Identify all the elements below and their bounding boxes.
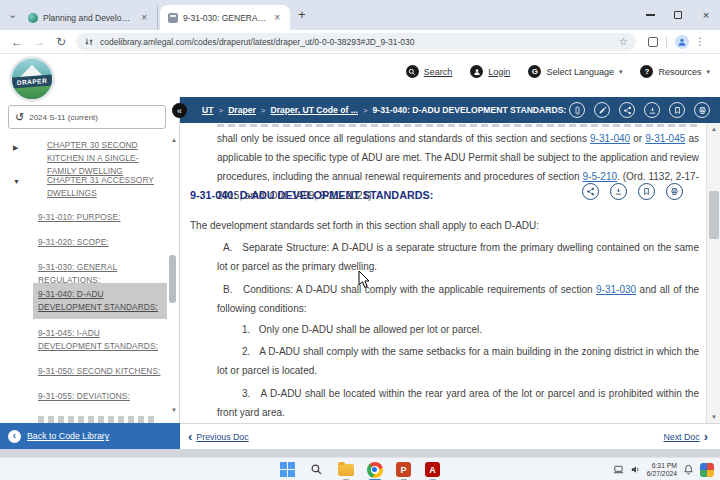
- bookmark-button[interactable]: [669, 102, 685, 118]
- expander-collapsed-icon[interactable]: ▶: [13, 144, 18, 152]
- window-minimize-button[interactable]: [636, 0, 664, 30]
- back-to-code-library-link[interactable]: Back to Code Library: [27, 431, 109, 441]
- language-label: Select Language: [546, 67, 614, 77]
- bookmark-button[interactable]: [638, 183, 655, 200]
- nav-login[interactable]: Login: [470, 65, 510, 78]
- side-panel-icon[interactable]: [648, 37, 658, 47]
- bookmark-star-icon[interactable]: ☆: [619, 36, 628, 47]
- site-info-icon[interactable]: [84, 37, 94, 47]
- breadcrumb-ut[interactable]: UT: [202, 105, 213, 115]
- taskbar-search-button[interactable]: [308, 461, 325, 478]
- taskbar-center: P A: [279, 458, 441, 480]
- desktop-strip: [0, 449, 720, 457]
- previous-doc-link[interactable]: Previous Doc: [196, 432, 248, 442]
- tray-app-icon[interactable]: [700, 463, 714, 477]
- notification-bell-icon[interactable]: [683, 464, 694, 475]
- device-icon[interactable]: [613, 464, 624, 475]
- start-button[interactable]: [279, 461, 296, 478]
- scroll-down-icon[interactable]: ▼: [707, 411, 720, 423]
- sidebar-item-9-31-055[interactable]: 9-31-055: DEVIATIONS:: [38, 390, 166, 403]
- print-button[interactable]: [666, 183, 683, 200]
- next-doc-link[interactable]: Next Doc: [663, 432, 699, 442]
- share-button[interactable]: [619, 102, 635, 118]
- sidebar-item-9-31-010[interactable]: 9-31-010: PURPOSE:: [38, 211, 166, 224]
- site-header: DRAPER Search Login G Select Language ▾: [0, 54, 720, 97]
- tab-close-icon[interactable]: ×: [272, 12, 282, 23]
- expander-expanded-icon[interactable]: ▼: [13, 178, 20, 185]
- share-button[interactable]: [582, 183, 599, 200]
- draper-logo[interactable]: DRAPER: [10, 57, 54, 101]
- speaker-icon[interactable]: [630, 464, 641, 475]
- mobile-view-button[interactable]: [569, 102, 585, 118]
- pencil-icon: [598, 106, 607, 115]
- version-label: 2024 S-11 (current): [29, 113, 98, 122]
- back-button[interactable]: ←: [6, 35, 28, 49]
- address-bar[interactable]: codelibrary.amlegal.com/codes/draperut/l…: [76, 33, 636, 51]
- list-item-1: 1. Only one D-ADU shall be allowed per l…: [217, 320, 699, 339]
- powerpoint-button[interactable]: P: [395, 461, 412, 478]
- tab-search-icon[interactable]: ⌄: [8, 8, 17, 21]
- browser-menu-icon[interactable]: ⋮: [695, 36, 705, 47]
- clipped-sidebar-item[interactable]: [38, 416, 158, 423]
- sidebar-item-chapter-31[interactable]: CHAPTER 31 ACCESSORY DWELLINGS: [47, 174, 167, 200]
- refresh-button[interactable]: ↻: [50, 35, 72, 49]
- download-button[interactable]: [610, 183, 627, 200]
- download-icon: [614, 187, 623, 196]
- chrome-button[interactable]: [366, 461, 383, 478]
- sidebar-item-9-31-045[interactable]: 9-31-045: I-ADU DEVELOPMENT STANDARDS:: [38, 327, 166, 353]
- browser-tab-active[interactable]: 9-31-030: GENERAL REGULATI ×: [160, 5, 290, 30]
- taskbar-clock[interactable]: 6:31 PM 6/27/2024: [647, 462, 677, 478]
- section-link-9-5-210[interactable]: 9-5-210: [583, 171, 617, 182]
- window-close-button[interactable]: ×: [692, 0, 720, 30]
- print-icon: [670, 187, 679, 196]
- sidebar-item-chapter-30[interactable]: CHAPTER 30 SECOND KITCHEN IN A SINGLE-FA…: [47, 139, 167, 178]
- breadcrumb-draper[interactable]: Draper: [228, 105, 256, 115]
- previous-doc-button[interactable]: ‹ Previous Doc: [188, 429, 249, 444]
- section-link-9-31-030[interactable]: 9-31-030: [596, 284, 636, 295]
- file-explorer-button[interactable]: [337, 461, 354, 478]
- next-doc-button[interactable]: Next Doc ›: [663, 429, 708, 444]
- breadcrumb-bar: « UT > Draper > Draper, UT Code of ... >…: [180, 97, 720, 123]
- print-button[interactable]: [694, 102, 710, 118]
- browser-tab-strip: ⌄ Planning and Development | Ci × 9-31-0…: [0, 0, 720, 30]
- print-icon: [698, 106, 707, 115]
- search-link[interactable]: Search: [424, 67, 453, 77]
- nav-resources[interactable]: ? Resources ▾: [640, 65, 710, 78]
- scroll-up-icon[interactable]: ▲: [707, 123, 720, 135]
- login-link[interactable]: Login: [488, 67, 510, 77]
- forward-button[interactable]: →: [28, 35, 50, 49]
- annotate-button[interactable]: [594, 102, 610, 118]
- nav-search[interactable]: Search: [406, 65, 453, 78]
- site-nav: Search Login G Select Language ▾ ? Resou…: [406, 65, 710, 78]
- sidebar-item-9-31-050[interactable]: 9-31-050: SECOND KITCHENS:: [38, 365, 166, 378]
- content-scrollbar-thumb[interactable]: [709, 191, 719, 239]
- nav-language[interactable]: G Select Language ▾: [528, 65, 622, 78]
- download-button[interactable]: [644, 102, 660, 118]
- sidebar-item-9-31-020[interactable]: 9-31-020: SCOPE:: [38, 236, 166, 249]
- text-run: B. Conditions: A D-ADU shall comply with…: [223, 284, 596, 295]
- section-link-9-31-045[interactable]: 9-31-045: [645, 133, 685, 144]
- collapse-sidebar-button[interactable]: «: [172, 103, 187, 118]
- breadcrumb-actions: [569, 102, 710, 118]
- section-link-9-31-040[interactable]: 9-31-040: [590, 133, 630, 144]
- back-arrow-icon: ‹: [8, 430, 21, 443]
- browser-tab-planning[interactable]: Planning and Development | Ci ×: [20, 5, 158, 30]
- breadcrumb-separator: >: [363, 106, 368, 115]
- bookmark-icon: [673, 106, 682, 115]
- sidebar-scroll-down-icon[interactable]: ▼: [171, 407, 177, 413]
- content-scrollbar[interactable]: ▲ ▼: [706, 123, 720, 423]
- acrobat-button[interactable]: A: [424, 461, 441, 478]
- sidebar-scrollbar-thumb[interactable]: [169, 255, 176, 303]
- sidebar-scroll-up-icon[interactable]: ▲: [171, 137, 177, 143]
- sidebar-item-9-31-040-selected[interactable]: 9-31-040: D-ADU DEVELOPMENT STANDARDS:: [33, 283, 167, 319]
- version-selector[interactable]: ↺ 2024 S-11 (current): [8, 105, 166, 129]
- chevron-right-icon: ›: [704, 429, 708, 444]
- new-tab-button[interactable]: +: [298, 7, 306, 22]
- login-person-icon: [470, 65, 483, 78]
- profile-avatar[interactable]: [675, 35, 689, 49]
- tab-close-icon[interactable]: ×: [139, 12, 149, 23]
- share-icon: [586, 187, 595, 196]
- breadcrumb-code[interactable]: Draper, UT Code of ...: [271, 105, 358, 115]
- screen: ⌄ Planning and Development | Ci × 9-31-0…: [0, 0, 720, 480]
- window-maximize-button[interactable]: [664, 0, 692, 30]
